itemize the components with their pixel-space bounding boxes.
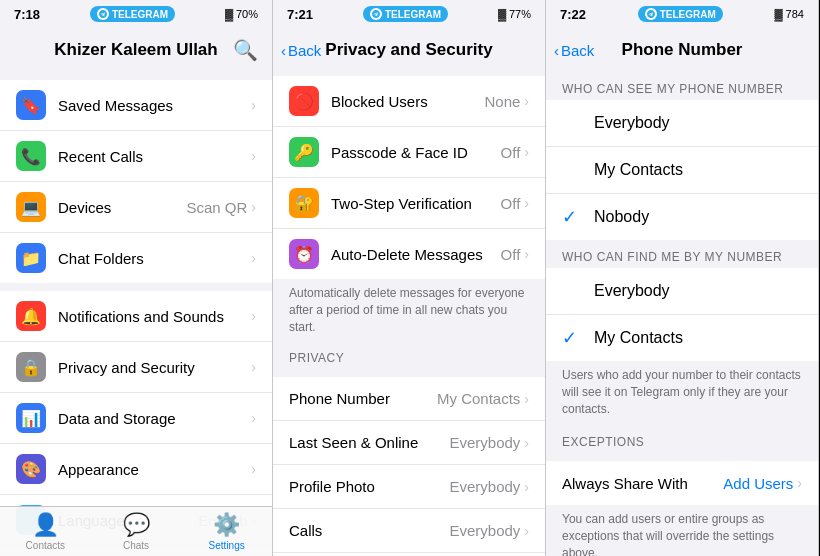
chats-tab-icon: 💬 (123, 512, 150, 538)
telegram-icon-2 (370, 8, 382, 20)
recent-calls-item[interactable]: 📞 Recent Calls › (0, 131, 272, 182)
status-bar-3: 7:22 TELEGRAM ▓ 784 (546, 0, 818, 28)
notifications-item[interactable]: 🔔 Notifications and Sounds › (0, 291, 272, 342)
chevron-two-step: › (524, 195, 529, 211)
two-step-item[interactable]: 🔐 Two-Step Verification Off › (273, 178, 545, 229)
tab-chats[interactable]: 💬 Chats (91, 512, 182, 551)
notifications-label: Notifications and Sounds (58, 308, 251, 325)
last-seen-item[interactable]: Last Seen & Online Everybody › (273, 421, 545, 465)
my-contacts-option-2[interactable]: ✓ My Contacts (546, 315, 818, 361)
settings-tab-label: Settings (209, 540, 245, 551)
chevron-data: › (251, 410, 256, 426)
appearance-label: Appearance (58, 461, 251, 478)
telegram-label-1: TELEGRAM (112, 9, 168, 20)
my-contacts-label-1: My Contacts (594, 161, 683, 179)
auto-delete-icon: ⏰ (289, 239, 319, 269)
blocked-icon: 🚫 (289, 86, 319, 116)
nobody-option[interactable]: ✓ Nobody (546, 194, 818, 240)
tab-settings[interactable]: ⚙️ Settings (181, 512, 272, 551)
always-share-label: Always Share With (562, 475, 723, 492)
status-bar-1: 7:18 TELEGRAM ▓ 70% (0, 0, 272, 28)
panel-privacy: 7:21 TELEGRAM ▓ 77% ‹ Back Privacy and S… (273, 0, 546, 556)
data-storage-icon: 📊 (16, 403, 46, 433)
auto-delete-item[interactable]: ⏰ Auto-Delete Messages Off › (273, 229, 545, 279)
last-seen-label: Last Seen & Online (289, 434, 449, 451)
chat-folders-item[interactable]: 📁 Chat Folders › (0, 233, 272, 283)
panel2-header: ‹ Back Privacy and Security (273, 28, 545, 72)
profile-photo-label: Profile Photo (289, 478, 449, 495)
always-share-value: Add Users (723, 475, 793, 492)
last-seen-value: Everybody (449, 434, 520, 451)
panel-phone-number: 7:22 TELEGRAM ▓ 784 ‹ Back Phone Number … (546, 0, 819, 556)
section2-header: WHO CAN FIND ME BY MY NUMBER (546, 240, 818, 268)
who-can-see-group: ✓ Everybody ✓ My Contacts ✓ Nobody (546, 100, 818, 240)
appearance-item[interactable]: 🎨 Appearance › (0, 444, 272, 495)
data-storage-label: Data and Storage (58, 410, 251, 427)
chevron-calls: › (251, 148, 256, 164)
always-share-item[interactable]: Always Share With Add Users › (546, 461, 818, 505)
exceptions-header: EXCEPTIONS (546, 425, 818, 453)
privacy-label: Privacy and Security (58, 359, 251, 376)
profile-photo-item[interactable]: Profile Photo Everybody › (273, 465, 545, 509)
always-share-section: Always Share With Add Users › (546, 461, 818, 505)
chevron-blocked: › (524, 93, 529, 109)
saved-messages-label: Saved Messages (58, 97, 251, 114)
battery-2: ▓ 77% (498, 8, 531, 20)
passcode-item[interactable]: 🔑 Passcode & Face ID Off › (273, 127, 545, 178)
phone-number-privacy-item[interactable]: Phone Number My Contacts › (273, 377, 545, 421)
phone-number-privacy-label: Phone Number (289, 390, 437, 407)
telegram-badge-2: TELEGRAM (363, 6, 448, 22)
panel2-title: Privacy and Security (325, 40, 492, 60)
battery-1: ▓ 70% (225, 8, 258, 20)
telegram-badge-1: TELEGRAM (90, 6, 175, 22)
chevron-devices: › (251, 199, 256, 215)
auto-delete-label: Auto-Delete Messages (331, 246, 501, 263)
search-icon[interactable]: 🔍 (233, 38, 258, 62)
passcode-label: Passcode & Face ID (331, 144, 501, 161)
nobody-label: Nobody (594, 208, 649, 226)
devices-item[interactable]: 💻 Devices Scan QR › (0, 182, 272, 233)
everybody-option-1[interactable]: ✓ Everybody (546, 100, 818, 147)
calls-privacy-item[interactable]: Calls Everybody › (273, 509, 545, 553)
privacy-item[interactable]: 🔒 Privacy and Security › (0, 342, 272, 393)
status-bar-2: 7:21 TELEGRAM ▓ 77% (273, 0, 545, 28)
tab-contacts[interactable]: 👤 Contacts (0, 512, 91, 551)
my-contacts-option-1[interactable]: ✓ My Contacts (546, 147, 818, 194)
panel3-header: ‹ Back Phone Number (546, 28, 818, 72)
blocked-users-item[interactable]: 🚫 Blocked Users None › (273, 76, 545, 127)
section2-note: Users who add your number to their conta… (546, 361, 818, 425)
battery-3: ▓ 784 (775, 8, 804, 20)
auto-delete-note: Automatically delete messages for everyo… (273, 279, 545, 343)
telegram-label-2: TELEGRAM (385, 9, 441, 20)
data-storage-item[interactable]: 📊 Data and Storage › (0, 393, 272, 444)
chat-folders-label: Chat Folders (58, 250, 251, 267)
blocked-value: None (484, 93, 520, 110)
contacts-tab-icon: 👤 (32, 512, 59, 538)
my-contacts-label-2: My Contacts (594, 329, 683, 347)
telegram-icon-1 (97, 8, 109, 20)
nobody-check: ✓ (562, 206, 582, 228)
time-1: 7:18 (14, 7, 40, 22)
phone-scroll: WHO CAN SEE MY PHONE NUMBER ✓ Everybody … (546, 72, 818, 556)
blocked-label: Blocked Users (331, 93, 484, 110)
telegram-icon-3 (645, 8, 657, 20)
chevron-phone: › (524, 391, 529, 407)
panel1-header: Khizer Kaleem Ullah 🔍 (0, 28, 272, 72)
chevron-appearance: › (251, 461, 256, 477)
privacy-header: PRIVACY (273, 343, 545, 369)
panel3-title: Phone Number (622, 40, 743, 60)
back-button-3[interactable]: ‹ Back (554, 42, 594, 59)
back-button-2[interactable]: ‹ Back (281, 42, 321, 59)
recent-calls-label: Recent Calls (58, 148, 251, 165)
back-label-2: Back (288, 42, 321, 59)
saved-messages-item[interactable]: 🔖 Saved Messages › (0, 80, 272, 131)
chevron-profile-photo: › (524, 479, 529, 495)
privacy-scroll: 🚫 Blocked Users None › 🔑 Passcode & Face… (273, 72, 545, 556)
devices-value: Scan QR (186, 199, 247, 216)
everybody-option-2[interactable]: ✓ Everybody (546, 268, 818, 315)
devices-icon: 💻 (16, 192, 46, 222)
settings-scroll: 🔖 Saved Messages › 📞 Recent Calls › 💻 De… (0, 72, 272, 556)
chevron-calls-privacy: › (524, 523, 529, 539)
back-chevron-2: ‹ (281, 42, 286, 59)
privacy-items-section: Phone Number My Contacts › Last Seen & O… (273, 377, 545, 556)
